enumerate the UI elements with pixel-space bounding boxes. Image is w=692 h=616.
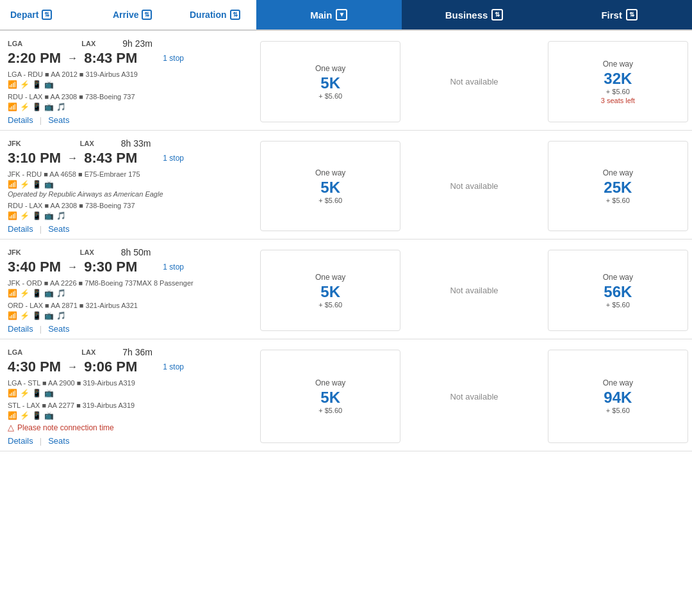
business-class-header[interactable]: Business ⇅ [402, 0, 547, 29]
amenities: 📶⚡📱📺 [8, 180, 249, 189]
flight-info-1: JFK LAX 8h 33m 3:10 PM → 8:43 PM 1 stop … [0, 138, 256, 234]
main-price-fees: + $5.60 [318, 301, 342, 309]
details-link[interactable]: Details [8, 324, 33, 334]
power-icon: ⚡ [20, 411, 29, 420]
main-class-header[interactable]: Main ▼ [256, 0, 402, 29]
segment-divider: ■ [45, 70, 51, 78]
segment-flight: AA 2900 [48, 379, 75, 387]
business-not-available: Not available [408, 41, 540, 122]
segment-aircraft: E75-Embraer 175 [85, 170, 140, 178]
details-link[interactable]: Details [8, 224, 33, 234]
arrive-airport: LAX [81, 348, 95, 356]
depart-time: 3:40 PM [8, 259, 61, 275]
duration-label: Duration [190, 10, 227, 20]
wifi-icon: 📶 [8, 211, 17, 220]
amenities: 📶⚡📱📺🎵 [8, 102, 249, 111]
segment-route: JFK - RDU [8, 170, 42, 178]
duration-sort[interactable]: Duration ⇅ [179, 0, 256, 29]
airports-row: JFK LAX 8h 50m [8, 247, 249, 257]
details-link[interactable]: Details [8, 115, 33, 125]
arrow-icon: → [67, 53, 78, 64]
main-price-cell[interactable]: One way 5K + $5.60 [260, 41, 400, 122]
tv-icon: 📺 [44, 311, 54, 320]
segment-divider2: ■ [79, 93, 85, 101]
segment-info: JFK - RDU ■ AA 4658 ■ E75-Embraer 175 [8, 170, 249, 178]
segment-divider: ■ [42, 401, 47, 409]
details-link[interactable]: Details [8, 436, 33, 446]
wifi-icon: 📶 [8, 411, 17, 420]
first-price-cell[interactable]: One way 32K + $5.60 3 seats left [548, 41, 688, 122]
music-icon: 🎵 [56, 311, 66, 320]
segment: LGA - STL ■ AA 2900 ■ 319-Airbus A319 📶⚡… [8, 379, 249, 398]
segment-aircraft: 321-Airbus A321 [86, 302, 138, 309]
segment-divider2: ■ [79, 202, 85, 209]
seats-link[interactable]: Seats [48, 324, 69, 334]
main-price-cell[interactable]: One way 5K + $5.60 [260, 350, 400, 443]
flight-row-2: JFK LAX 8h 50m 3:40 PM → 9:30 PM 1 stop … [0, 239, 692, 339]
main-price-cell[interactable]: One way 5K + $5.60 [260, 250, 400, 331]
duration-time: 7h 36m [122, 347, 152, 357]
first-price-cell[interactable]: One way 56K + $5.60 [548, 250, 688, 331]
segment-route: LGA - STL [8, 379, 40, 387]
main-price-amount: 5K [320, 179, 340, 197]
music-icon: 🎵 [56, 211, 66, 220]
first-price-amount: 94K [604, 389, 632, 407]
arrive-time: 8:43 PM [84, 50, 137, 67]
depart-airport: LGA [8, 40, 22, 47]
segment-route: LGA - RDU [8, 70, 43, 78]
main-label: Main [310, 10, 332, 20]
segment: RDU - LAX ■ AA 2308 ■ 738-Boeing 737 📶⚡📱… [8, 202, 249, 220]
phone-icon: 📱 [32, 311, 42, 320]
main-price-label: One way [315, 64, 345, 73]
first-price-label: One way [603, 273, 633, 282]
seats-link[interactable]: Seats [48, 436, 69, 446]
segment-flight: AA 2871 [51, 302, 78, 309]
first-class-header[interactable]: First ⇅ [547, 0, 692, 29]
tv-icon: 📺 [44, 102, 54, 111]
main-price-amount: 5K [320, 74, 340, 92]
main-price-amount: 5K [320, 283, 340, 301]
first-price-fees: + $5.60 [606, 407, 630, 414]
first-price-cell[interactable]: One way 94K + $5.60 [548, 350, 688, 443]
airports-row: LGA LAX 9h 23m [8, 38, 249, 49]
warning-icon: △ [8, 423, 14, 432]
operated-by: Operated by Republic Airways as American… [8, 190, 249, 198]
first-label: First [601, 10, 622, 20]
phone-icon: 📱 [32, 80, 42, 89]
tv-icon: 📺 [44, 211, 54, 220]
wifi-icon: 📶 [8, 180, 17, 189]
tv-icon: 📺 [44, 80, 54, 89]
business-not-available: Not available [408, 250, 540, 331]
flight-row-3: LGA LAX 7h 36m 4:30 PM → 9:06 PM 1 stop … [0, 339, 692, 451]
flight-info-3: LGA LAX 7h 36m 4:30 PM → 9:06 PM 1 stop … [0, 347, 256, 446]
segment: LGA - RDU ■ AA 2012 ■ 319-Airbus A319 📶⚡… [8, 70, 249, 89]
main-price-cell[interactable]: One way 5K + $5.60 [260, 141, 400, 231]
flight-info-0: LGA LAX 9h 23m 2:20 PM → 8:43 PM 1 stop … [0, 38, 256, 125]
phone-icon: 📱 [32, 211, 42, 220]
amenities: 📶⚡📱📺🎵 [8, 289, 249, 298]
segment-divider: ■ [44, 93, 50, 101]
depart-sort[interactable]: Depart ⇅ [0, 0, 103, 29]
arrow-icon: → [67, 261, 78, 273]
segment-flight: AA 2277 [48, 401, 75, 409]
arrive-airport: LAX [80, 140, 94, 147]
power-icon: ⚡ [20, 102, 29, 111]
duration-time: 8h 33m [121, 138, 151, 149]
phone-icon: 📱 [32, 389, 42, 398]
segment-flight: AA 2308 [51, 93, 78, 101]
arrive-sort[interactable]: Arrive ⇅ [103, 0, 179, 29]
segment-divider2: ■ [77, 379, 83, 387]
stops: 1 stop [163, 154, 184, 163]
flight-actions: Details | Seats [8, 324, 249, 334]
seats-link[interactable]: Seats [48, 115, 69, 125]
segment-divider: ■ [44, 202, 50, 209]
segment-divider2: ■ [79, 70, 86, 78]
arrive-time: 8:43 PM [84, 150, 137, 166]
first-price-fees: + $5.60 [606, 88, 630, 95]
segment-route: STL - LAX [8, 401, 40, 409]
segment-divider2: ■ [76, 401, 83, 409]
seats-link[interactable]: Seats [48, 224, 69, 234]
flight-row-0: LGA LAX 9h 23m 2:20 PM → 8:43 PM 1 stop … [0, 31, 692, 131]
first-price-cell[interactable]: One way 25K + $5.60 [548, 141, 688, 231]
depart-time: 2:20 PM [8, 50, 61, 67]
